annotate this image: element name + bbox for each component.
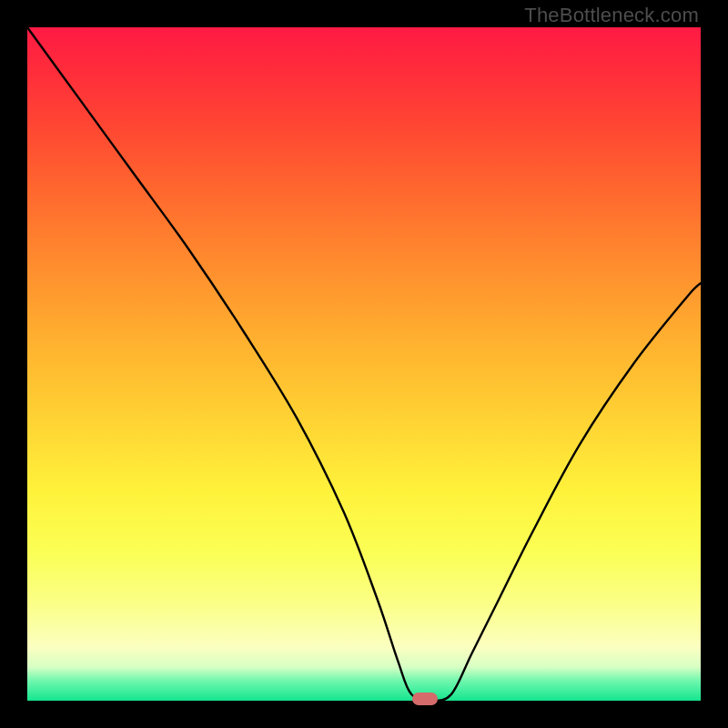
line-plot-svg	[0, 0, 728, 728]
chart-frame: TheBottleneck.com	[0, 0, 728, 728]
optimum-marker	[412, 693, 438, 705]
bottleneck-curve	[27, 27, 701, 701]
watermark-text: TheBottleneck.com	[524, 4, 699, 27]
